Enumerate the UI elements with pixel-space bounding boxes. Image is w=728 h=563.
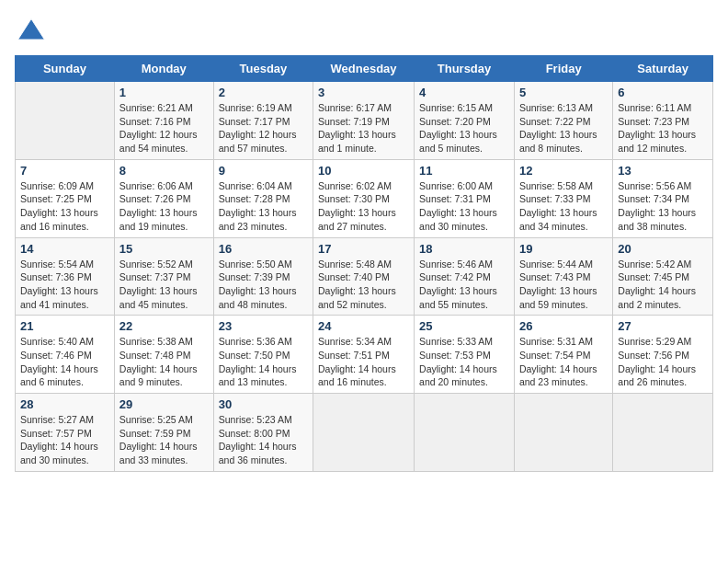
calendar-cell: 16 Sunrise: 5:50 AM Sunset: 7:39 PM Dayl… [213, 237, 313, 316]
day-info: Sunrise: 5:34 AM Sunset: 7:51 PM Dayligh… [318, 335, 409, 389]
day-number: 20 [618, 242, 708, 256]
daylight-text: Daylight: 14 hours and 33 minutes. [119, 440, 209, 466]
calendar-week-row: 1 Sunrise: 6:21 AM Sunset: 7:16 PM Dayli… [16, 82, 713, 160]
day-number: 12 [519, 164, 608, 178]
sunset-text: Sunset: 7:59 PM [119, 427, 209, 441]
sunrise-text: Sunrise: 5:27 AM [20, 413, 109, 427]
sunset-text: Sunset: 7:31 PM [419, 192, 509, 206]
sunset-text: Sunset: 7:20 PM [419, 115, 509, 129]
sunrise-text: Sunrise: 6:17 AM [318, 101, 409, 115]
daylight-text: Daylight: 13 hours and 1 minute. [318, 128, 409, 155]
daylight-text: Daylight: 13 hours and 41 minutes. [20, 284, 109, 311]
calendar-week-row: 14 Sunrise: 5:54 AM Sunset: 7:36 PM Dayl… [16, 237, 713, 316]
calendar-header: SundayMondayTuesdayWednesdayThursdayFrid… [16, 56, 713, 82]
sunrise-text: Sunrise: 6:09 AM [20, 179, 109, 193]
day-info: Sunrise: 5:52 AM Sunset: 7:37 PM Dayligh… [119, 258, 209, 312]
sunrise-text: Sunrise: 6:02 AM [318, 179, 409, 193]
sunrise-text: Sunrise: 5:36 AM [219, 335, 308, 349]
calendar-cell: 15 Sunrise: 5:52 AM Sunset: 7:37 PM Dayl… [114, 237, 213, 316]
sunrise-text: Sunrise: 5:34 AM [318, 335, 409, 349]
sunrise-text: Sunrise: 6:21 AM [119, 101, 209, 115]
daylight-text: Daylight: 13 hours and 16 minutes. [20, 206, 109, 233]
daylight-text: Daylight: 14 hours and 26 minutes. [618, 362, 708, 389]
sunset-text: Sunset: 7:25 PM [20, 192, 109, 206]
day-number: 4 [419, 86, 509, 99]
day-number: 16 [219, 242, 308, 256]
day-info: Sunrise: 5:48 AM Sunset: 7:40 PM Dayligh… [318, 258, 409, 312]
daylight-text: Daylight: 13 hours and 52 minutes. [318, 284, 409, 311]
daylight-text: Daylight: 14 hours and 16 minutes. [318, 362, 409, 389]
daylight-text: Daylight: 14 hours and 13 minutes. [219, 362, 308, 389]
calendar-cell: 30 Sunrise: 5:23 AM Sunset: 8:00 PM Dayl… [213, 394, 313, 472]
header-row: SundayMondayTuesdayWednesdayThursdayFrid… [16, 56, 713, 82]
daylight-text: Daylight: 14 hours and 30 minutes. [20, 440, 109, 466]
daylight-text: Daylight: 13 hours and 38 minutes. [618, 206, 708, 233]
sunrise-text: Sunrise: 5:40 AM [20, 335, 109, 349]
sunrise-text: Sunrise: 6:00 AM [419, 179, 509, 193]
logo-icon [15, 15, 48, 48]
day-info: Sunrise: 5:56 AM Sunset: 7:34 PM Dayligh… [618, 179, 708, 234]
sunset-text: Sunset: 7:53 PM [419, 349, 509, 362]
day-info: Sunrise: 6:17 AM Sunset: 7:19 PM Dayligh… [318, 101, 409, 155]
sunrise-text: Sunrise: 5:29 AM [618, 335, 708, 349]
day-info: Sunrise: 5:23 AM Sunset: 8:00 PM Dayligh… [219, 413, 308, 467]
sunset-text: Sunset: 7:22 PM [519, 115, 608, 129]
calendar-cell: 24 Sunrise: 5:34 AM Sunset: 7:51 PM Dayl… [313, 316, 415, 394]
calendar-cell: 22 Sunrise: 5:38 AM Sunset: 7:48 PM Dayl… [114, 316, 213, 394]
day-info: Sunrise: 5:27 AM Sunset: 7:57 PM Dayligh… [20, 413, 109, 467]
sunset-text: Sunset: 7:30 PM [318, 192, 409, 206]
sunset-text: Sunset: 7:57 PM [20, 427, 109, 441]
day-number: 9 [219, 164, 308, 178]
daylight-text: Daylight: 13 hours and 19 minutes. [119, 206, 209, 233]
daylight-text: Daylight: 12 hours and 54 minutes. [119, 128, 209, 155]
day-info: Sunrise: 5:40 AM Sunset: 7:46 PM Dayligh… [20, 335, 109, 389]
day-info: Sunrise: 6:06 AM Sunset: 7:26 PM Dayligh… [119, 179, 209, 234]
day-info: Sunrise: 6:21 AM Sunset: 7:16 PM Dayligh… [119, 101, 209, 155]
sunset-text: Sunset: 7:50 PM [219, 349, 308, 362]
day-info: Sunrise: 6:04 AM Sunset: 7:28 PM Dayligh… [219, 179, 308, 234]
header-day: Saturday [613, 56, 713, 82]
day-info: Sunrise: 6:09 AM Sunset: 7:25 PM Dayligh… [20, 179, 109, 234]
daylight-text: Daylight: 13 hours and 55 minutes. [419, 284, 509, 311]
calendar-cell: 7 Sunrise: 6:09 AM Sunset: 7:25 PM Dayli… [16, 159, 115, 237]
daylight-text: Daylight: 12 hours and 57 minutes. [219, 128, 308, 155]
sunrise-text: Sunrise: 5:38 AM [119, 335, 209, 349]
day-number: 29 [119, 397, 209, 411]
calendar-cell: 8 Sunrise: 6:06 AM Sunset: 7:26 PM Dayli… [114, 159, 213, 237]
day-info: Sunrise: 5:29 AM Sunset: 7:56 PM Dayligh… [618, 335, 708, 389]
day-number: 15 [119, 242, 209, 256]
calendar-cell: 12 Sunrise: 5:58 AM Sunset: 7:33 PM Dayl… [514, 159, 612, 237]
calendar-cell: 25 Sunrise: 5:33 AM Sunset: 7:53 PM Dayl… [415, 316, 515, 394]
day-number: 28 [20, 397, 109, 411]
day-number: 27 [618, 319, 708, 333]
calendar-cell: 19 Sunrise: 5:44 AM Sunset: 7:43 PM Dayl… [514, 237, 612, 316]
sunset-text: Sunset: 7:43 PM [519, 270, 608, 284]
sunset-text: Sunset: 8:00 PM [219, 427, 308, 441]
day-info: Sunrise: 5:42 AM Sunset: 7:45 PM Dayligh… [618, 258, 708, 312]
sunrise-text: Sunrise: 6:19 AM [219, 101, 308, 115]
calendar-cell [16, 82, 115, 160]
day-number: 2 [219, 86, 308, 99]
day-number: 1 [119, 86, 209, 99]
daylight-text: Daylight: 13 hours and 5 minutes. [419, 128, 509, 155]
logo [15, 15, 51, 48]
day-info: Sunrise: 6:13 AM Sunset: 7:22 PM Dayligh… [519, 101, 608, 155]
sunset-text: Sunset: 7:42 PM [419, 270, 509, 284]
sunrise-text: Sunrise: 5:58 AM [519, 179, 608, 193]
daylight-text: Daylight: 14 hours and 20 minutes. [419, 362, 509, 389]
day-number: 23 [219, 319, 308, 333]
sunrise-text: Sunrise: 6:04 AM [219, 179, 308, 193]
calendar-cell: 23 Sunrise: 5:36 AM Sunset: 7:50 PM Dayl… [213, 316, 313, 394]
sunrise-text: Sunrise: 5:31 AM [519, 335, 608, 349]
daylight-text: Daylight: 14 hours and 6 minutes. [20, 362, 109, 389]
sunset-text: Sunset: 7:17 PM [219, 115, 308, 129]
day-number: 30 [219, 397, 308, 411]
sunset-text: Sunset: 7:34 PM [618, 192, 708, 206]
calendar-cell [415, 394, 515, 472]
day-info: Sunrise: 5:46 AM Sunset: 7:42 PM Dayligh… [419, 258, 509, 312]
daylight-text: Daylight: 13 hours and 59 minutes. [519, 284, 608, 311]
day-number: 17 [318, 242, 409, 256]
sunset-text: Sunset: 7:33 PM [519, 192, 608, 206]
sunrise-text: Sunrise: 5:52 AM [119, 258, 209, 271]
daylight-text: Daylight: 14 hours and 9 minutes. [119, 362, 209, 389]
